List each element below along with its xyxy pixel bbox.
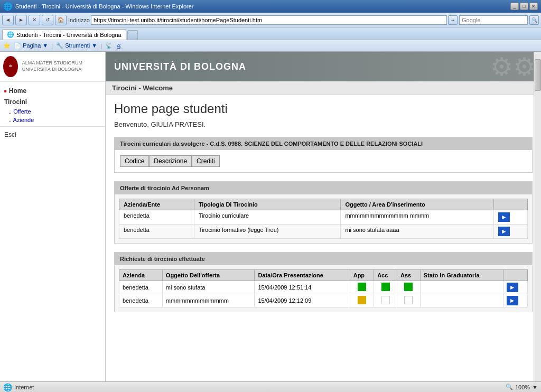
th-r-stato: Stato In Graduatoria [420, 270, 503, 281]
th-r-acc: Acc [374, 270, 397, 281]
browser-titlebar: 🌐 Studenti - Tirocini - Università di Bo… [0, 0, 541, 13]
r-cell-acc-1 [374, 294, 397, 307]
active-tab[interactable]: 🌐 Studenti - Tirocini - Università di Bo… [2, 29, 126, 40]
offerte-header: Offerte di tirocinio Ad Personam [115, 182, 532, 194]
th-r-app: App [350, 270, 374, 281]
links-bar-rss[interactable]: 📡 [105, 42, 113, 49]
r-cell-data-1: 15/04/2009 12:12:09 [255, 294, 350, 307]
th-r-action [503, 270, 527, 281]
back-button[interactable]: ◄ [2, 15, 14, 25]
r-cell-stato-1 [420, 294, 503, 307]
th-r-ass: Ass [397, 270, 420, 281]
university-header: UNIVERSITÀ DI BOLOGNA ⚙⚙ [106, 52, 541, 81]
statusbar-status: Internet [14, 384, 34, 390]
close-button[interactable]: ✕ [529, 3, 538, 10]
gear-decoration: ⚙⚙ [490, 54, 536, 80]
th-azienda-ente: Azienda/Ente [119, 199, 194, 210]
browser-title: Studenti - Tirocini - Università di Bolo… [15, 3, 507, 10]
stop-button[interactable]: ✕ [29, 15, 40, 25]
page-wrapper: ⚙ ALMA MATER STUDIORUM UNIVERSITÀ DI BOL… [0, 52, 541, 381]
zoom-value: 100% [515, 384, 530, 390]
cell-tipologia-1: Tirocinio formativo (legge Treu) [194, 225, 341, 239]
section-title-bar: Tirocini - Welcome [106, 81, 541, 95]
content-area: Home page studenti Benvenuto, GIULIA PRA… [106, 95, 541, 327]
offerte-box: Offerte di tirocinio Ad Personam Azienda… [114, 181, 533, 244]
cell-azienda-1: benedetta [119, 225, 194, 239]
r-cell-oggetto-0: mi sono stufata [162, 281, 255, 294]
go-button[interactable]: → [448, 15, 458, 25]
tab-label: Studenti - Tirocini - Università di Bolo… [16, 32, 122, 38]
maximize-button[interactable]: □ [520, 3, 528, 10]
r-cell-ass-0 [397, 281, 420, 294]
home-nav-button[interactable]: 🏠 [55, 15, 67, 25]
richieste-row-button-0[interactable]: ► [507, 283, 518, 292]
minimize-button[interactable]: _ [510, 3, 519, 10]
richieste-header: Richieste di tirocinio effettuate [115, 253, 532, 265]
links-bar-print[interactable]: 🖨 [116, 43, 122, 49]
r-cell-azienda-1: benedetta [119, 294, 163, 307]
r-cell-action-1: ► [503, 294, 527, 307]
th-oggetto: Oggetto / Area D'inserimento [341, 199, 493, 210]
r-cell-app-1 [350, 294, 374, 307]
university-logo: ⚙ [3, 56, 18, 77]
sidebar-item-home[interactable]: Home [0, 85, 105, 97]
sidebar-nav: Home Tirocini Offerte Aziende Esci [0, 82, 105, 144]
sidebar-item-tirocini[interactable]: Tirocini [0, 97, 105, 107]
address-label: Indirizzo [68, 17, 90, 23]
sidebar-logo: ⚙ ALMA MATER STUDIORUM UNIVERSITÀ DI BOL… [0, 52, 105, 82]
new-tab[interactable] [127, 30, 138, 40]
richieste-table-row: benedetta mi sono stufata 15/04/2009 12:… [119, 281, 528, 294]
sidebar-item-esci[interactable]: Esci [0, 129, 105, 141]
browser-links-bar: ⭐ 📄 Pagina ▼ | 🔧 Strumenti ▼ | 📡 🖨 [0, 40, 541, 52]
tirocini-box-header: Tirocini curriculari da svolgere - C.d.S… [115, 137, 532, 150]
search-button[interactable]: 🔍 [529, 15, 539, 25]
th-descrizione: Descrizione [149, 155, 192, 167]
tab-icon: 🌐 [7, 31, 14, 38]
richieste-table-row: benedetta mmmmmmmmmmmmm 15/04/2009 12:12… [119, 294, 528, 307]
r-cell-acc-0 [374, 281, 397, 294]
scrollbar-thumb[interactable] [535, 59, 541, 91]
search-input[interactable] [459, 15, 528, 25]
offerte-table: Azienda/Ente Tipologia Di Tirocinio Ogge… [119, 199, 528, 239]
university-name: ALMA MATER STUDIORUM UNIVERSITÀ DI BOLOG… [22, 60, 102, 72]
offerte-table-header-row: Azienda/Ente Tipologia Di Tirocinio Ogge… [119, 199, 528, 210]
th-crediti: Crediti [192, 155, 220, 167]
th-action [493, 199, 527, 210]
window-controls: _ □ ✕ [510, 3, 538, 10]
sidebar: ⚙ ALMA MATER STUDIORUM UNIVERSITÀ DI BOL… [0, 52, 106, 381]
th-r-azienda: Azienda [119, 270, 163, 281]
cell-azienda-0: benedetta [119, 210, 194, 225]
links-bar-strumenti[interactable]: 🔧 Strumenti ▼ [56, 42, 97, 49]
r-cell-azienda-0: benedetta [119, 281, 163, 294]
r-cell-ass-1 [397, 294, 420, 307]
r-cell-action-0: ► [503, 281, 527, 294]
offerte-row-button-0[interactable]: ► [498, 212, 510, 222]
sidebar-item-offerte[interactable]: Offerte [0, 107, 105, 116]
main-content: UNIVERSITÀ DI BOLOGNA ⚙⚙ Tirocini - Welc… [106, 52, 541, 381]
refresh-button[interactable]: ↺ [42, 15, 53, 25]
statusbar-right: 🔍 100% ▼ [506, 384, 538, 390]
favorites-icon: ⭐ [3, 42, 11, 49]
forward-button[interactable]: ► [15, 15, 27, 25]
r-cell-app-0 [350, 281, 374, 294]
offerte-row-button-1[interactable]: ► [498, 227, 510, 236]
browser-tabs: 🌐 Studenti - Tirocini - Università di Bo… [0, 27, 541, 40]
offerte-table-row: benedetta Tirocinio formativo (legge Tre… [119, 225, 528, 239]
th-tipologia: Tipologia Di Tirocinio [194, 199, 341, 210]
cell-oggetto-0: mmmmmmmmmmmmm mmmm [341, 210, 493, 225]
richieste-table-header-row: Azienda Oggetto Dell'offerta Data/Ora Pr… [119, 270, 528, 281]
address-input[interactable] [91, 15, 447, 25]
welcome-text: Benvenuto, GIULIA PRATESI. [114, 120, 533, 128]
cell-action-1: ► [493, 225, 527, 239]
scrollbar-track[interactable] [534, 52, 541, 381]
zoom-level: 🔍 [506, 384, 513, 390]
r-cell-stato-0 [420, 281, 503, 294]
richieste-row-button-1[interactable]: ► [507, 296, 518, 305]
links-bar-pagina[interactable]: 📄 Pagina ▼ [14, 42, 48, 49]
zoom-dropdown-button[interactable]: ▼ [532, 384, 538, 390]
sidebar-item-aziende[interactable]: Aziende [0, 116, 105, 124]
browser-toolbar: ◄ ► ✕ ↺ 🏠 Indirizzo → 🔍 [0, 13, 541, 27]
internet-icon: 🌐 [3, 383, 12, 391]
cell-tipologia-0: Tirocinio curriculare [194, 210, 341, 225]
r-cell-data-0: 15/04/2009 12:51:14 [255, 281, 350, 294]
